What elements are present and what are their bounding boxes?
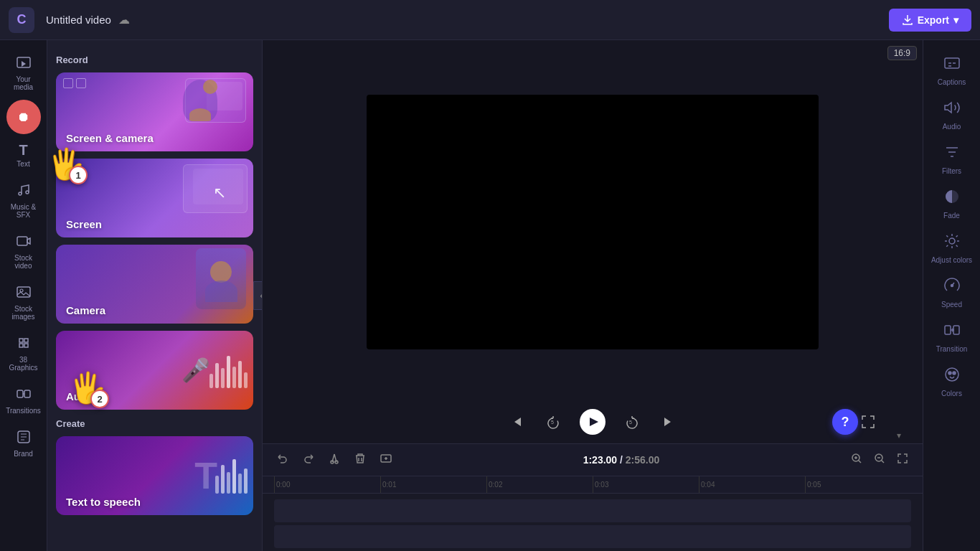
help-button[interactable]: ? [832, 409, 858, 435]
right-sidebar-filters[interactable]: Filters [927, 138, 977, 181]
captions-label: Captions [938, 78, 966, 86]
right-sidebar-captions[interactable]: Captions [927, 49, 977, 92]
svg-point-18 [949, 238, 955, 244]
fit-timeline-button[interactable] [894, 450, 911, 470]
audio-card[interactable]: 🎤 Audio [56, 331, 253, 410]
svg-rect-4 [17, 287, 30, 297]
right-sidebar: Captions Audio Filters Fade Adjust color [923, 40, 980, 551]
timeline-toolbar: 1:23.00 / 2:56.00 [263, 444, 923, 476]
video-preview: 16:9 [263, 40, 923, 403]
rewind-5-button[interactable]: 5 [542, 410, 565, 433]
screen-camera-card[interactable]: Screen & camera [56, 72, 253, 151]
svg-rect-6 [17, 390, 23, 397]
ruler-mark-3: 0:03 [593, 476, 699, 493]
cloud-save-icon: ☁ [118, 13, 130, 27]
sidebar-item-stock-images[interactable]: Stock images [4, 278, 44, 326]
music-sfx-icon [16, 182, 32, 200]
ruler-mark-4: 0:04 [699, 476, 805, 493]
top-bar: C Untitled video ☁ Export ▾ [0, 0, 980, 40]
screen-camera-label: Screen & camera [66, 132, 154, 144]
sidebar-label-stock-video: Stock video [6, 254, 41, 270]
adjust-colors-icon [943, 232, 961, 253]
aspect-ratio-badge[interactable]: 16:9 [887, 46, 917, 60]
fade-icon [943, 188, 961, 209]
cursor-arrow-icon: ↖ [213, 184, 226, 202]
speed-label: Speed [941, 301, 962, 309]
ruler-mark-0: 0:00 [274, 476, 380, 493]
sidebar-label-transitions: Transitions [6, 407, 41, 415]
sidebar-label-graphics: 38 Graphics [6, 356, 41, 372]
sidebar-item-transitions[interactable]: Transitions [4, 380, 44, 420]
video-controls: 5 5 ? ▾ [263, 403, 923, 443]
add-media-button[interactable] [377, 450, 395, 470]
svg-rect-7 [24, 390, 30, 397]
sidebar-label-music: Music & SFX [6, 203, 41, 219]
stock-images-icon [16, 284, 32, 302]
track-row-1[interactable] [274, 499, 911, 522]
undo-button[interactable] [274, 450, 291, 470]
colors-label: Colors [941, 390, 962, 397]
captions-icon [943, 55, 961, 75]
cut-button[interactable] [326, 450, 343, 470]
sidebar-item-music-sfx[interactable]: Music & SFX [4, 176, 44, 225]
video-canvas [367, 95, 819, 349]
delete-button[interactable] [352, 450, 369, 470]
video-title[interactable]: Untitled video [46, 14, 111, 26]
screen-card[interactable]: ↖ Screen [56, 159, 253, 237]
right-sidebar-colors[interactable]: Colors [927, 360, 977, 403]
forward-5-button[interactable]: 5 [620, 410, 643, 433]
audio-label: Audio [66, 390, 97, 402]
redo-button[interactable] [300, 450, 317, 470]
ruler-mark-2: 0:02 [486, 476, 593, 493]
transition-icon [943, 321, 961, 342]
camera-card[interactable]: Camera [56, 245, 253, 324]
current-time: 1:23.00 [583, 454, 617, 466]
sidebar-item-your-media[interactable]: Your media [4, 49, 44, 97]
svg-point-1 [19, 192, 22, 195]
transition-label: Transition [936, 345, 968, 353]
right-sidebar-audio[interactable]: Audio [927, 93, 977, 136]
right-sidebar-transition[interactable]: Transition [927, 316, 977, 359]
sidebar-item-brand[interactable]: Brand [4, 423, 44, 463]
graphics-icon [16, 335, 32, 353]
total-time: 2:56.00 [626, 454, 659, 466]
sidebar-item-stock-video[interactable]: Stock video [4, 227, 44, 276]
skip-back-button[interactable] [505, 410, 528, 433]
timeline-area: 1:23.00 / 2:56.00 [263, 443, 923, 551]
tts-card[interactable]: T Text to speech [56, 436, 253, 515]
right-sidebar-fade[interactable]: Fade [927, 182, 977, 225]
sidebar-item-record[interactable]: ⏺ [6, 100, 41, 134]
record-section-title: Record [56, 55, 253, 65]
zoom-controls [848, 450, 911, 470]
audio-right-icon [943, 99, 961, 120]
timeline-ruler: 0:00 0:01 0:02 0:03 0:04 0:05 [263, 476, 923, 494]
text-icon: T [19, 143, 27, 157]
zoom-in-button[interactable] [848, 450, 865, 470]
svg-rect-20 [945, 326, 951, 334]
colors-icon [943, 366, 961, 387]
svg-point-2 [26, 191, 29, 194]
fullscreen-button[interactable] [857, 410, 880, 433]
video-area: 16:9 5 5 ? ▾ [263, 40, 923, 551]
timeline-time: 1:23.00 / 2:56.00 [403, 454, 839, 466]
sidebar-item-text[interactable]: T Text [4, 137, 44, 174]
timeline-tracks [263, 494, 923, 551]
track-row-2[interactable] [274, 525, 911, 548]
export-button[interactable]: Export ▾ [889, 9, 971, 32]
svg-point-19 [951, 285, 953, 287]
record-panel: Record Screen & camera [47, 40, 263, 551]
svg-point-23 [948, 372, 951, 375]
fade-label: Fade [943, 212, 960, 220]
right-sidebar-speed[interactable]: Speed [927, 271, 977, 314]
adjust-colors-label: Adjust colors [931, 256, 972, 264]
timeline-collapse-button[interactable]: ▾ [897, 430, 901, 441]
stock-video-icon [16, 233, 32, 251]
left-sidebar: Your media ⏺ T Text Music & SFX Stock vi… [0, 40, 47, 551]
panel-collapse-button[interactable]: ‹ [253, 281, 263, 310]
sidebar-item-graphics[interactable]: 38 Graphics [4, 329, 44, 377]
play-button[interactable] [580, 409, 606, 435]
right-sidebar-adjust-colors[interactable]: Adjust colors [927, 227, 977, 270]
zoom-out-button[interactable] [871, 450, 888, 470]
skip-forward-button[interactable] [657, 410, 680, 433]
speed-icon [943, 277, 961, 298]
